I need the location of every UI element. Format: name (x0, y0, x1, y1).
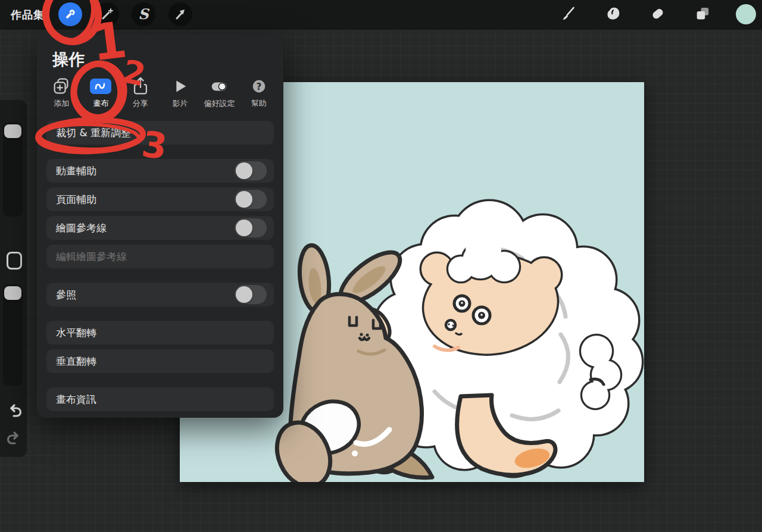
toggle-knob (236, 220, 252, 236)
menu-item-crop-resize[interactable]: 裁切 & 重新調整 (46, 121, 274, 145)
selection-s-icon: S (136, 5, 151, 23)
help-icon: ? (249, 76, 269, 96)
brush-size-handle[interactable] (4, 124, 21, 138)
magic-wand-icon (100, 7, 114, 21)
menu-item-label: 畫布資訊 (56, 387, 96, 411)
video-play-icon (170, 76, 190, 96)
tab-prefs-label: 偏好設定 (204, 98, 235, 109)
eraser-tool-button[interactable] (647, 3, 669, 26)
popover-title: 操作 (52, 49, 85, 70)
share-icon (130, 76, 151, 96)
gallery-button[interactable]: 作品集 (11, 8, 45, 22)
menu-item-label: 垂直翻轉 (56, 349, 96, 373)
reference-toggle[interactable] (235, 285, 267, 304)
color-swatch-button[interactable] (736, 4, 756, 24)
smudge-tool-button[interactable] (602, 3, 624, 26)
eraser-icon (648, 4, 668, 24)
menu-item-canvas-info[interactable]: 畫布資訊 (46, 387, 274, 411)
toggle-knob (236, 191, 252, 208)
menu-item-drawing-guide[interactable]: 繪圖參考線 (46, 216, 274, 240)
modify-button[interactable] (7, 252, 22, 270)
top-toolbar: 作品集 S (0, 0, 762, 30)
menu-item-flip-horizontal[interactable]: 水平翻轉 (46, 321, 274, 345)
menu-item-reference[interactable]: 參照 (46, 283, 274, 306)
transform-button[interactable] (168, 2, 192, 26)
tab-add[interactable]: 添加 (42, 76, 81, 109)
drawing-guide-toggle[interactable] (235, 218, 267, 237)
toggle-knob (236, 162, 252, 179)
redo-icon (6, 429, 23, 446)
prefs-toggle-icon (208, 76, 230, 96)
tab-share-label: 分享 (133, 98, 148, 109)
menu-item-label: 裁切 & 重新調整 (56, 121, 131, 145)
tab-canvas[interactable]: 畫布 (81, 76, 120, 109)
actions-wrench-button[interactable] (58, 2, 82, 26)
canvas-menu: 裁切 & 重新調整 動畫輔助 頁面輔助 繪圖參考線 編輯繪圖參考線 參照 (46, 121, 274, 416)
toggle-knob (236, 286, 252, 303)
smudge-finger-icon (603, 4, 623, 24)
layers-button[interactable] (691, 3, 714, 26)
tab-video-label: 影片 (172, 98, 188, 109)
menu-item-label: 編輯繪圖參考線 (56, 245, 127, 268)
svg-text:S: S (138, 5, 149, 23)
adjustments-button[interactable] (95, 2, 119, 26)
undo-button[interactable] (5, 401, 23, 419)
menu-item-page-assist[interactable]: 頁面輔助 (46, 187, 274, 211)
svg-text:?: ? (256, 82, 261, 92)
menu-item-label: 繪圖參考線 (56, 216, 107, 240)
canvas-icon (89, 76, 113, 96)
page-assist-toggle[interactable] (235, 190, 267, 209)
brush-icon (558, 4, 579, 24)
tab-share[interactable]: 分享 (121, 76, 160, 109)
tab-help-label: 幫助 (251, 98, 267, 109)
menu-item-flip-vertical[interactable]: 垂直翻轉 (46, 349, 274, 373)
tab-video[interactable]: 影片 (160, 76, 199, 109)
menu-item-animation-assist[interactable]: 動畫輔助 (46, 159, 274, 183)
tab-prefs[interactable]: 偏好設定 (199, 76, 239, 109)
menu-item-label: 水平翻轉 (56, 321, 96, 345)
brush-tool-button[interactable] (557, 3, 580, 26)
add-icon (51, 76, 71, 96)
actions-tab-bar: 添加 畫布 分享 (42, 76, 279, 109)
redo-button[interactable] (5, 428, 23, 446)
undo-icon (6, 402, 23, 418)
tab-help[interactable]: ? 幫助 (239, 76, 279, 109)
layers-icon (692, 4, 713, 24)
menu-item-edit-drawing-guide: 編輯繪圖參考線 (46, 245, 274, 268)
opacity-handle[interactable] (4, 286, 21, 300)
menu-item-label: 頁面輔助 (56, 187, 96, 211)
selection-button[interactable]: S (132, 2, 155, 26)
actions-popover: 操作 添加 畫布 (37, 35, 283, 418)
animation-assist-toggle[interactable] (235, 161, 267, 180)
tab-canvas-label: 畫布 (93, 98, 108, 109)
menu-item-label: 參照 (56, 283, 76, 306)
tab-add-label: 添加 (54, 98, 69, 109)
procreate-app: 作品集 S (0, 0, 762, 532)
wrench-icon (63, 7, 77, 21)
transform-arrow-icon (173, 7, 188, 22)
menu-item-label: 動畫輔助 (56, 159, 96, 183)
